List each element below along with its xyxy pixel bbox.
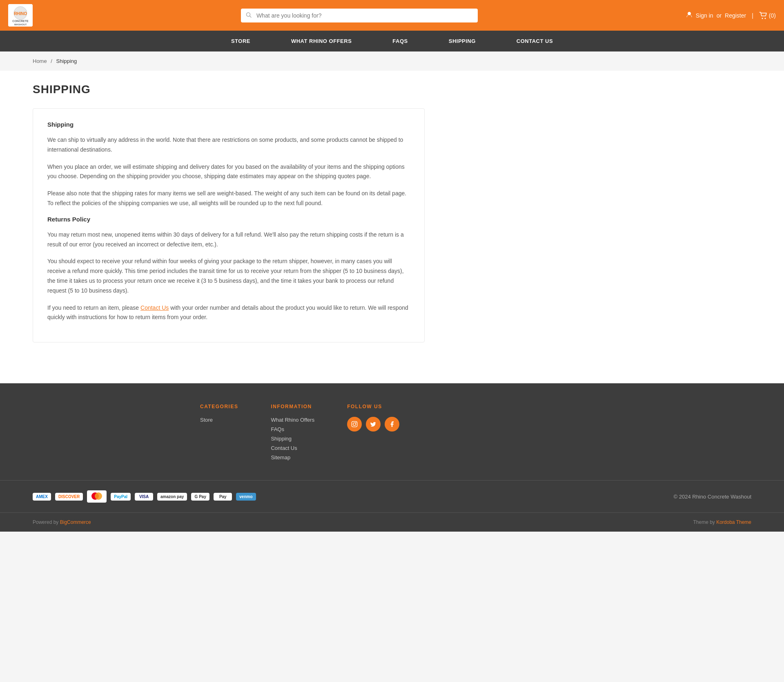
facebook-icon[interactable] [385,417,399,432]
payment-visa: VISA [135,493,153,501]
footer-follow-heading: FOLLOW US [347,404,399,409]
payment-amex: AMEX [33,493,51,501]
theme-by-text: Theme by Kordoba Theme [693,519,751,525]
returns-para-3: If you need to return an item, please Co… [47,303,410,323]
theme-link[interactable]: Kordoba Theme [716,519,751,525]
nav-item-store[interactable]: STORE [211,31,271,51]
payment-mastercard [87,490,107,503]
register-link[interactable]: Register [725,12,746,19]
svg-text:CONCRETE: CONCRETE [12,20,29,22]
returns-section-title: Returns Policy [47,216,410,223]
bigcommerce-link[interactable]: BigCommerce [60,519,91,525]
header-auth-area: Sign in or Register | (0) [686,11,776,19]
header-search-area [241,9,478,22]
footer-link-contact-us[interactable]: Contact Us [271,445,314,451]
svg-text:WASHOUT: WASHOUT [14,23,27,26]
shipping-para-1: We can ship to virtually any address in … [47,135,410,155]
svg-text:RHINO: RHINO [14,11,27,16]
footer-social-col: FOLLOW US [347,404,399,464]
cart-count: (0) [769,12,776,19]
shipping-para-2: When you place an order, we will estimat… [47,162,410,182]
contact-us-link[interactable]: Contact Us [140,304,169,311]
search-input[interactable] [241,9,478,22]
svg-point-8 [762,18,763,19]
signin-link[interactable]: Sign in [696,12,713,19]
footer-bottom-bar: AMEX DISCOVER PayPal VISA amazon pay G P… [0,480,784,512]
payment-amazon: amazon pay [157,493,187,501]
footer-information-col: INFORMATION What Rhino Offers FAQs Shipp… [271,404,314,464]
nav-item-what-rhino-offers[interactable]: WHAT RHINO OFFERS [271,31,372,51]
page-title: SHIPPING [33,83,425,96]
breadcrumb-separator: / [51,58,52,64]
footer-link-faqs[interactable]: FAQs [271,426,314,432]
footer-categories-heading: CATEGORIES [200,404,238,409]
returns-section: Returns Policy You may return most new, … [47,216,410,322]
payment-venmo: venmo [236,493,256,501]
footer-categories-col: CATEGORIES Store [200,404,238,464]
footer-link-what-rhino-offers[interactable]: What Rhino Offers [271,417,314,423]
breadcrumb: Home / Shipping [0,51,784,71]
breadcrumb-home[interactable]: Home [33,58,47,64]
nav-item-contact-us[interactable]: CONTACT US [496,31,573,51]
payment-icons-group: AMEX DISCOVER PayPal VISA amazon pay G P… [33,490,256,503]
footer-link-store[interactable]: Store [200,417,238,423]
search-icon [246,12,252,19]
footer-powered-bar: Powered by BigCommerce Theme by Kordoba … [0,512,784,532]
returns-para-1: You may return most new, unopened items … [47,230,410,250]
shipping-section-title: Shipping [47,121,410,128]
payment-paypal: PayPal [111,493,131,501]
svg-line-6 [249,16,251,18]
social-icons-group [347,417,399,432]
logo-image: RHINO CONCRETE WASHOUT [8,4,33,27]
user-icon [686,11,693,19]
svg-point-9 [764,18,766,19]
breadcrumb-current: Shipping [56,58,77,64]
nav-item-faqs[interactable]: FAQS [372,31,428,51]
payment-googlepay: G Pay [191,493,209,501]
footer-link-shipping[interactable]: Shipping [271,436,314,442]
site-header: RHINO CONCRETE WASHOUT Sign in or [0,0,784,31]
svg-point-12 [356,422,356,423]
cart-area[interactable]: (0) [759,12,776,19]
copyright-text: © 2024 Rhino Concrete Washout [674,494,751,500]
instagram-icon[interactable] [347,417,362,432]
powered-by-text: Powered by BigCommerce [33,519,91,525]
payment-applepay: Pay [214,493,232,501]
svg-point-14 [95,492,102,500]
svg-point-11 [353,423,356,426]
main-content: SHIPPING Shipping We can ship to virtual… [33,71,425,367]
content-box: Shipping We can ship to virtually any ad… [33,108,425,342]
payment-discover: DISCOVER [55,493,83,501]
footer-information-heading: INFORMATION [271,404,314,409]
svg-rect-10 [352,421,357,427]
main-nav: STORE WHAT RHINO OFFERS FAQS SHIPPING CO… [0,31,784,51]
site-footer: CATEGORIES Store INFORMATION What Rhino … [0,383,784,532]
shipping-para-3: Please also note that the shipping rates… [47,189,410,208]
footer-link-sitemap[interactable]: Sitemap [271,454,314,461]
twitter-icon[interactable] [366,417,381,432]
returns-para-2: You should expect to receive your refund… [47,257,410,295]
shipping-section: Shipping We can ship to virtually any ad… [47,121,410,208]
nav-item-shipping[interactable]: SHIPPING [428,31,496,51]
footer-columns: CATEGORIES Store INFORMATION What Rhino … [167,404,617,464]
or-separator: or [717,12,722,19]
logo-area[interactable]: RHINO CONCRETE WASHOUT [8,4,33,27]
svg-point-7 [688,12,690,15]
